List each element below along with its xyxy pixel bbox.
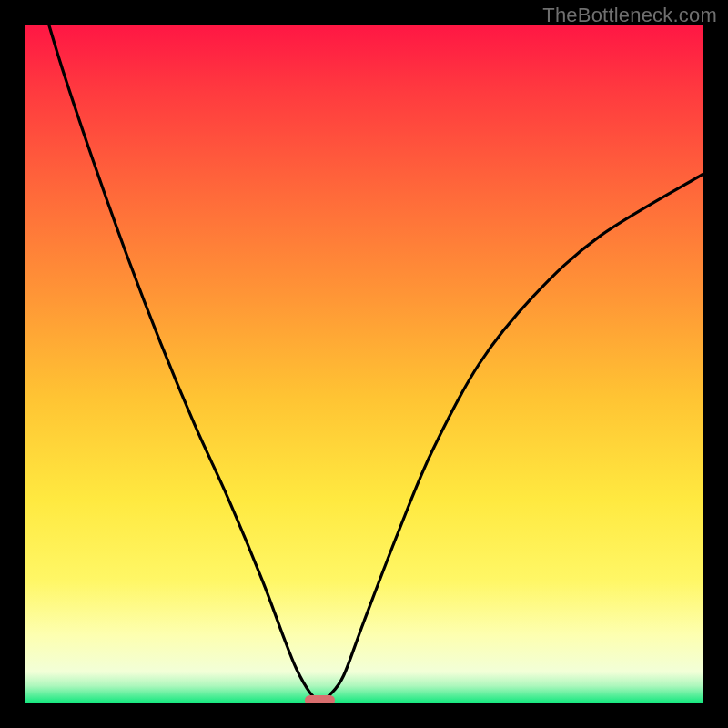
chart-frame: TheBottleneck.com bbox=[0, 0, 728, 728]
watermark-text: TheBottleneck.com bbox=[542, 4, 717, 27]
plot-area bbox=[25, 25, 703, 703]
optimal-marker bbox=[305, 695, 335, 703]
gradient-background bbox=[25, 25, 703, 703]
chart-svg bbox=[25, 25, 703, 703]
